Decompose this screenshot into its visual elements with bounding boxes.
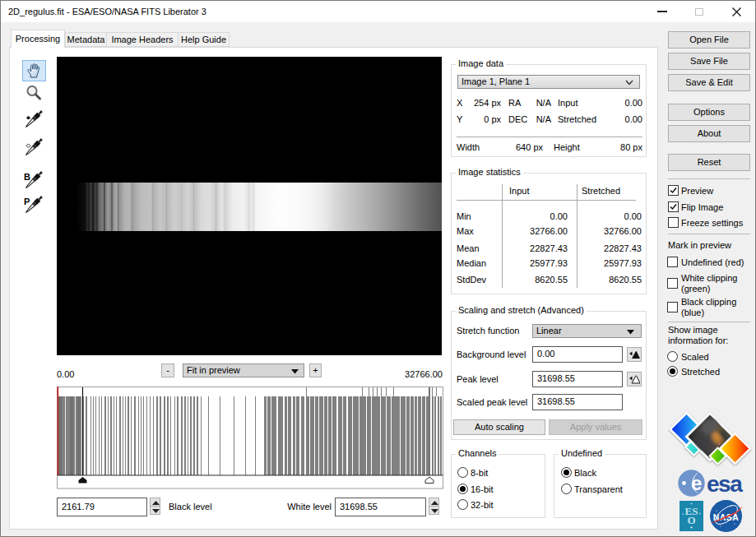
svg-text:P: P bbox=[24, 197, 30, 206]
svg-text:O: O bbox=[687, 514, 695, 526]
svg-text:B: B bbox=[24, 172, 30, 182]
svg-text:e: e bbox=[691, 472, 702, 494]
svg-text:esa: esa bbox=[707, 471, 743, 497]
